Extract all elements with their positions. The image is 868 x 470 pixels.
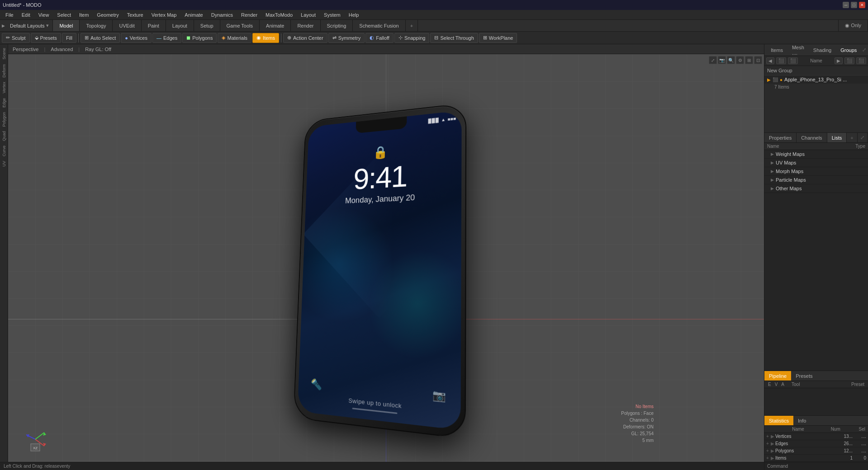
viewport-split-icon[interactable]: ⊞: [745, 56, 753, 64]
tab-schematic[interactable]: Schematic Fusion: [353, 20, 405, 31]
viewport-maximize-icon[interactable]: ⤢: [709, 56, 717, 64]
menu-item[interactable]: Item: [76, 11, 92, 19]
sidebar-tab-uv[interactable]: UV: [1, 159, 7, 169]
list-row-weight-maps[interactable]: ▶ Weight Maps: [764, 150, 868, 159]
prop-tab-plus[interactable]: +: [847, 133, 857, 142]
items-tb-next[interactable]: ▶: [835, 57, 843, 64]
panel-tab-shading[interactable]: Shading: [810, 47, 835, 54]
left-sidebar: Scene Deform Vertex Edge Polygon Quad Cu…: [0, 44, 8, 462]
viewport-toolbar: Perspective | Advanced | Ray GL: Off: [8, 44, 764, 54]
materials-button[interactable]: ◈ Materials: [218, 33, 251, 43]
select-through-button[interactable]: ⊟ Select Through: [430, 33, 478, 43]
stat-num-vertices: 13...: [839, 434, 853, 439]
action-center-button[interactable]: ⊕ Action Center: [283, 33, 327, 43]
items-tb-btn2[interactable]: ⬛: [788, 57, 798, 64]
prop-tab-channels[interactable]: Channels: [797, 133, 827, 142]
falloff-button[interactable]: ◐ Falloff: [365, 33, 394, 43]
menu-file[interactable]: File: [2, 11, 17, 19]
stat-row-polygons[interactable]: + ▶ Polygons 12... ....: [764, 447, 868, 455]
items-tb-btn4[interactable]: ⬛: [856, 57, 866, 64]
panel-tab-groups[interactable]: Groups: [837, 47, 860, 54]
tab-animate[interactable]: Animate: [260, 20, 291, 31]
list-row-other-maps[interactable]: ▶ Other Maps: [764, 184, 868, 193]
viewport-perspective[interactable]: Perspective: [11, 47, 40, 52]
items-entry-apple-iphone[interactable]: ▶ ⬛ ● Apple_iPhone_13_Pro_Si ...: [764, 75, 868, 84]
tab-render[interactable]: Render: [291, 20, 320, 31]
viewport-camera-icon[interactable]: 📷: [718, 56, 726, 64]
sidebar-tab-deform[interactable]: Deform: [1, 62, 7, 80]
panel-expand-icon[interactable]: ⤢: [862, 47, 866, 53]
viewport-expand-icon[interactable]: ⊡: [754, 56, 762, 64]
sidebar-tab-edge[interactable]: Edge: [1, 96, 7, 109]
sidebar-tab-curve[interactable]: Curve: [1, 144, 7, 158]
menu-select[interactable]: Select: [53, 11, 75, 19]
sculpt-button[interactable]: ✏ Sculpt: [2, 33, 30, 43]
sidebar-tab-scene[interactable]: Scene: [1, 46, 7, 61]
items-button[interactable]: ◉ Items: [252, 33, 279, 43]
sidebar-tab-vertex[interactable]: Vertex: [1, 80, 7, 95]
close-button[interactable]: ✕: [859, 2, 865, 8]
panel-tab-items[interactable]: Items: [767, 47, 787, 54]
menu-layout[interactable]: Layout: [297, 11, 319, 19]
menu-system[interactable]: System: [320, 11, 344, 19]
snapping-button[interactable]: ⊹ Snapping: [394, 33, 430, 43]
minimize-button[interactable]: ─: [843, 2, 849, 8]
viewport-advanced[interactable]: Advanced: [49, 47, 75, 52]
menu-edit[interactable]: Edit: [18, 11, 34, 19]
menu-maxtomodo[interactable]: MaxToModo: [262, 11, 296, 19]
workplane-button[interactable]: ⊞ WorkPlane: [479, 33, 517, 43]
prop-tab-properties[interactable]: Properties: [764, 133, 797, 142]
viewport-ray-gl[interactable]: Ray GL: Off: [83, 47, 113, 52]
stat-row-items[interactable]: + ▶ Items 1 0: [764, 455, 868, 462]
stat-row-edges[interactable]: + ▶ Edges 26... ....: [764, 440, 868, 447]
maximize-button[interactable]: □: [851, 2, 857, 8]
only-tab[interactable]: ◉ Only: [838, 20, 868, 31]
items-tb-btn1[interactable]: ⬛: [776, 57, 786, 64]
default-layouts[interactable]: Default Layouts ▾: [6, 20, 53, 31]
items-tb-prev[interactable]: ◀: [766, 57, 774, 64]
menu-texture[interactable]: Texture: [123, 11, 147, 19]
viewport-settings-icon[interactable]: ⚙: [736, 56, 744, 64]
tab-paint[interactable]: Paint: [142, 20, 166, 31]
tab-topology[interactable]: Topology: [80, 20, 113, 31]
stat-row-vertices[interactable]: + ▶ Vertices 13... ....: [764, 433, 868, 440]
list-row-uv-maps[interactable]: ▶ UV Maps: [764, 159, 868, 167]
panel-tab-mesh[interactable]: Mesh ....: [788, 44, 808, 56]
menu-render[interactable]: Render: [237, 11, 261, 19]
menu-geometry[interactable]: Geometry: [93, 11, 122, 19]
polygons-button[interactable]: ◼ Polygons: [182, 33, 217, 43]
layouts-arrow[interactable]: ▶: [2, 24, 5, 28]
viewport-3d[interactable]: ▉▉▉ ▲ ■■■ 🔒 9:41 Monday, January 20 🔦 📷: [8, 54, 764, 462]
edges-button[interactable]: — Edges: [152, 33, 181, 43]
auto-select-button[interactable]: ⊞ Auto Select: [81, 33, 120, 43]
tab-model[interactable]: Model: [53, 20, 80, 31]
prop-expand-icon[interactable]: ⤢: [858, 133, 868, 142]
prop-tab-lists[interactable]: Lists: [827, 133, 847, 142]
viewport-zoom-icon[interactable]: 🔍: [727, 56, 735, 64]
info-label[interactable]: Info: [793, 417, 811, 424]
stats-cols: Name Num Sel: [764, 426, 868, 433]
menu-vertex-map[interactable]: Vertex Map: [148, 11, 180, 19]
presets-button[interactable]: ⬙ Presets: [31, 33, 61, 43]
list-row-particle-maps[interactable]: ▶ Particle Maps: [764, 176, 868, 184]
menu-dynamics[interactable]: Dynamics: [208, 11, 237, 19]
sidebar-tab-quad[interactable]: Quad: [1, 129, 7, 143]
add-tab-button[interactable]: +: [406, 20, 418, 31]
auto-select-icon: ⊞: [85, 35, 89, 41]
menu-view[interactable]: View: [35, 11, 53, 19]
vertices-button[interactable]: ● Vertices: [121, 33, 152, 43]
menu-help[interactable]: Help: [345, 11, 363, 19]
menu-animate[interactable]: Animate: [181, 11, 206, 19]
sidebar-tab-polygon[interactable]: Polygon: [1, 110, 7, 129]
tab-uvedit[interactable]: UVEdit: [113, 20, 141, 31]
symmetry-button[interactable]: ⇌ Symmetry: [328, 33, 365, 43]
tab-scripting[interactable]: Scripting: [321, 20, 353, 31]
row-name-morph: Morph Maps: [776, 169, 838, 174]
list-row-morph-maps[interactable]: ▶ Morph Maps: [764, 167, 868, 176]
tab-setup[interactable]: Setup: [194, 20, 220, 31]
fill-button[interactable]: Fill: [62, 33, 76, 43]
tab-layout[interactable]: Layout: [166, 20, 194, 31]
tab-game-tools[interactable]: Game Tools: [220, 20, 260, 31]
presets-label[interactable]: Presets: [791, 372, 817, 380]
items-tb-btn3[interactable]: ⬛: [844, 57, 854, 64]
